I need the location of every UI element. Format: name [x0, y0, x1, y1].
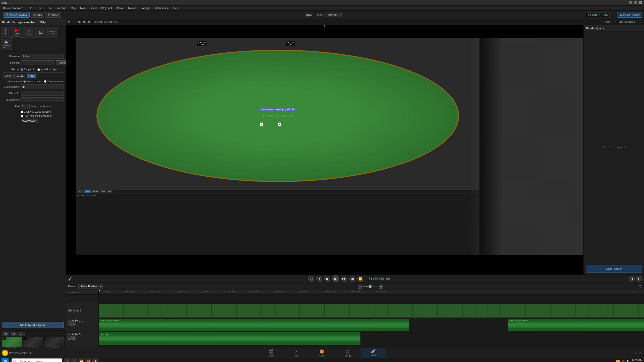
preset-premiere[interactable]: Pr PremiereXML: [1, 39, 12, 50]
menu-edit[interactable]: Edit: [35, 6, 43, 11]
individual-clips-label: Individual clips: [41, 68, 57, 71]
clips-button[interactable]: 🎬 Clips ▾: [45, 12, 61, 18]
menu-trim[interactable]: Trim: [44, 6, 53, 11]
tab-audio[interactable]: Audio: [14, 74, 26, 78]
premiere-label: PremiereXML: [3, 45, 10, 48]
preset-film[interactable]: 🎞: [35, 27, 46, 38]
render-settings-icon: ☰: [6, 13, 9, 17]
preset-youtube[interactable]: ▶ 720p 720p: [11, 27, 22, 38]
file-suffix-input[interactable]: [21, 91, 64, 96]
filename-uses-label: Filename uses: [2, 80, 22, 83]
timeline-name-option[interactable]: Timeline name: [44, 80, 64, 83]
location-row: Location Browse: [2, 60, 64, 65]
each-clip-row: Each clip starts at frame: [2, 110, 64, 113]
digits-input[interactable]: [21, 104, 30, 109]
main-content: IN 01:00:00:00 OUT 01:26:08:40 DURATION …: [66, 19, 322, 181]
tab-video[interactable]: Video: [2, 74, 14, 78]
preview-area: ★ POKERSTARS ★ Tournament is starting, g…: [66, 25, 322, 181]
file-suffix-label: File suffix: [2, 92, 20, 95]
titlebar-left: ppt7: [2, 1, 7, 4]
pokerstars-logo: ★ POKERSTARS ★: [261, 114, 294, 118]
menu-timeline[interactable]: Timeline: [54, 6, 68, 11]
film-icon: 🎞: [39, 30, 42, 34]
each-clip-checkbox-label[interactable]: Each clip starts at frame: [21, 110, 51, 113]
single-clip-option[interactable]: Single clip: [21, 68, 35, 71]
render-options-label: Render: [2, 68, 20, 71]
card-1: 2: [260, 122, 263, 126]
timecode-checkbox-label[interactable]: Start timeline timecode at: [21, 115, 64, 123]
each-clip-label: Each clip starts at frame: [24, 110, 51, 113]
in-label: IN: [68, 21, 71, 23]
poker-preview: ★ POKERSTARS ★ Tournament is starting, g…: [76, 38, 322, 181]
menu-workspace[interactable]: Workspace: [153, 6, 171, 11]
menu-davinci[interactable]: DaVinci Resolve: [1, 6, 25, 11]
out-label: OUT: [94, 21, 99, 23]
clips-label: Clips: [51, 13, 57, 16]
start-timecode-input[interactable]: [21, 118, 39, 123]
timecode-row: Start timeline timecode at: [2, 115, 64, 123]
youtube-label: 720p: [14, 33, 19, 35]
custom-name-input[interactable]: [21, 84, 64, 89]
menu-mark[interactable]: Mark: [78, 6, 88, 11]
menu-file[interactable]: File: [26, 6, 34, 11]
each-clip-checkbox[interactable]: [21, 111, 23, 113]
individual-clips-option[interactable]: Individual clips: [37, 68, 57, 71]
menu-color[interactable]: Color: [115, 6, 126, 11]
file-subfolder-label: File subfolder: [2, 99, 20, 101]
filename-row: Filename: [2, 54, 64, 59]
timecode-checkbox[interactable]: [21, 115, 23, 117]
location-label: Location: [2, 62, 20, 64]
menu-clip[interactable]: Clip: [69, 6, 78, 11]
custom-name-option-label: Custom name: [26, 80, 42, 83]
timecode-bar: IN 01:00:00:00 OUT 01:26:08:40 DURATION …: [66, 19, 322, 25]
timeline-name-radio[interactable]: [44, 80, 46, 83]
individual-clips-radio[interactable]: [37, 68, 40, 71]
player-post-bb: Post BB1,480: [286, 41, 295, 46]
render-form: Filename Location Browse Render: [0, 52, 66, 181]
finalcut-label: Final CutPro 7: [49, 30, 56, 35]
settings-more-icon[interactable]: ···: [61, 21, 64, 24]
single-clip-label: Single clip: [24, 68, 35, 71]
out-value: 01:26:08:40: [100, 20, 119, 24]
filename-uses-row: Filename uses Custom name Timeline name: [2, 80, 64, 83]
menu-playback[interactable]: Playback: [99, 6, 115, 11]
menu-help[interactable]: Help: [171, 6, 181, 11]
digits-suffix: digits in the filename: [31, 105, 51, 108]
in-value: 01:00:00:00: [72, 20, 90, 24]
clips-dropdown-icon: ▾: [58, 14, 59, 16]
poker-table: ★ POKERSTARS ★ Tournament is starting, g…: [96, 50, 322, 181]
file-subfolder-input[interactable]: [21, 97, 64, 102]
render-settings-label: Render Settings: [9, 13, 27, 16]
custom-name-radio[interactable]: [23, 80, 26, 83]
settings-tabs: Video Audio File: [2, 74, 64, 78]
menu-nodes[interactable]: Nodes: [126, 6, 138, 11]
preset-custom[interactable]: Custom: [1, 27, 10, 38]
menu-fairlight[interactable]: Fairlight: [139, 6, 152, 11]
presets-row: Custom ▶ 720p 720p v vimeo 🎞: [0, 25, 66, 52]
clips-icon: 🎬: [47, 13, 50, 16]
custom-name-option[interactable]: Custom name: [23, 80, 42, 83]
project-status: Edited: [315, 13, 322, 16]
preset-vimeo[interactable]: v vimeo: [23, 27, 34, 38]
filename-label: Filename: [2, 55, 20, 58]
tab-file[interactable]: File: [27, 74, 36, 78]
render-options-row: Render Single clip Individual clips: [2, 68, 64, 71]
vimeo-label: vimeo: [26, 33, 31, 36]
premiere-icon: Pr: [5, 41, 8, 44]
toolbar-center: ppt7 Edited Timeline 1 ▾: [64, 13, 322, 17]
location-input[interactable]: [21, 60, 55, 65]
tape-button[interactable]: 📼 Tape: [31, 12, 44, 18]
card-2: ♥: [278, 122, 281, 126]
browse-button[interactable]: Browse: [56, 60, 66, 65]
app-name: ppt7: [2, 1, 7, 4]
digits-label: Use: [2, 105, 20, 108]
filename-input[interactable]: [21, 54, 64, 59]
render-settings-title: Render Settings - YouTube · 720p: [2, 21, 46, 24]
preset-finalcut[interactable]: Final CutPro 7: [47, 27, 58, 38]
start-timecode-label: Start timeline timecode at: [24, 115, 52, 117]
menu-view[interactable]: View: [89, 6, 99, 11]
deliver-panel: Render Settings - YouTube · 720p ··· Cus…: [0, 19, 322, 181]
in-point: IN 01:00:00:00: [68, 20, 90, 24]
single-clip-radio[interactable]: [21, 68, 23, 71]
render-settings-button[interactable]: ☰ Render Settings: [4, 12, 30, 18]
